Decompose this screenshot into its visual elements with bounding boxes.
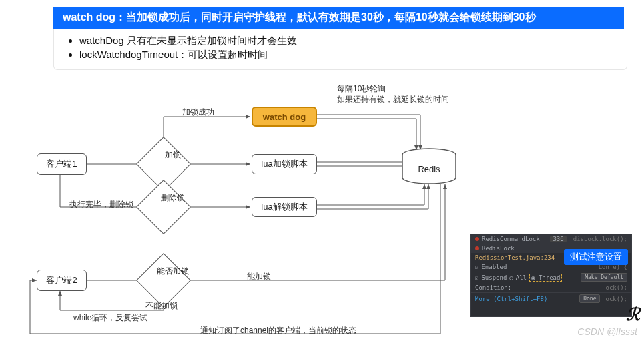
ide-ock: ock(); (605, 284, 627, 291)
ide-ock: ock(); (605, 296, 627, 302)
ide-enabled: Enabled (481, 264, 507, 270)
ide-suspend: Suspend (481, 274, 507, 281)
ide-checkbox-icon[interactable]: ☑ (475, 274, 478, 281)
ide-checkbox-icon[interactable]: ☑ (475, 264, 478, 270)
brand-logo: ℛ (626, 304, 640, 325)
ide-panel: RedisCommandLock 336 disLock.lock(); Red… (470, 234, 632, 317)
done-button[interactable]: Done (579, 294, 600, 303)
ide-more-link[interactable]: More (Ctrl+Shift+F8) (475, 296, 547, 302)
ide-bp1: RedisCommandLock (482, 236, 540, 242)
ide-condition: Condition: (475, 284, 511, 291)
watermark: CSDN @lfssst (577, 326, 637, 337)
ide-all: All (516, 274, 527, 281)
ide-bp2: RedisLock (482, 245, 515, 252)
ide-count: 336 (550, 236, 566, 242)
ide-thread: Thread (539, 274, 561, 281)
make-default-button[interactable]: Make Default (581, 273, 627, 282)
ide-frag: disLock.lock(); (573, 236, 627, 242)
ide-radio-icon[interactable]: ○ (509, 274, 513, 281)
breakpoint-icon (475, 246, 479, 250)
test-note-badge: 测试注意设置 (564, 249, 628, 265)
breakpoint-icon (475, 237, 479, 241)
ide-radio-icon[interactable]: ◉ (531, 274, 535, 281)
